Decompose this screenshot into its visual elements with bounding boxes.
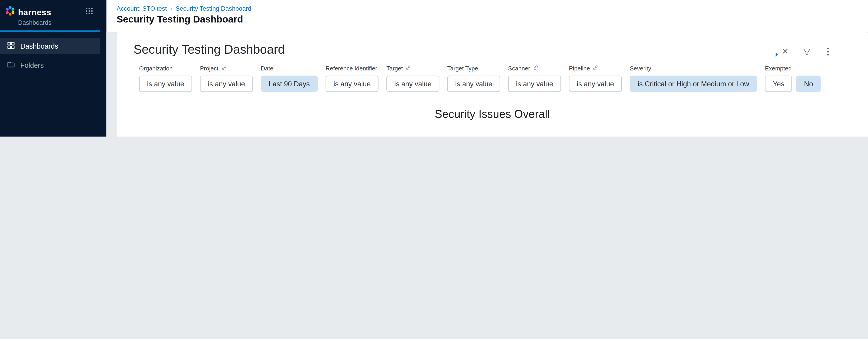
filter-label-reference-identifier: Reference Identifier <box>326 65 378 72</box>
filter-pipeline: Pipelineis any value <box>569 65 622 92</box>
filter-value-date[interactable]: Last 90 Days <box>261 76 318 92</box>
filter-scanner: Scanneris any value <box>508 65 561 92</box>
exempted-option-no[interactable]: No <box>796 76 821 92</box>
chain-link-icon <box>406 65 411 72</box>
filter-value-reference-identifier[interactable]: is any value <box>326 76 378 92</box>
breadcrumb: Account: STO test › Security Testing Das… <box>117 5 868 12</box>
page-title: Security Testing Dashboard <box>117 14 868 25</box>
sidebar-item-label: Folders <box>20 62 44 69</box>
dashboards-grid-icon <box>7 42 14 51</box>
filter-date: DateLast 90 Days <box>261 65 318 92</box>
main-area: Account: STO test › Security Testing Das… <box>106 0 868 137</box>
filter-label-project: Project <box>200 65 253 72</box>
filter-value-target-type[interactable]: is any value <box>447 76 500 92</box>
filter-severity: Severityis Critical or High or Medium or… <box>630 65 757 92</box>
filter-label-organization: Organization <box>139 65 192 72</box>
dashboard-title: Security Testing Dashboard <box>133 42 868 57</box>
chain-link-icon <box>221 65 227 72</box>
filter-label-target: Target <box>386 65 439 72</box>
filter-reference-identifier: Reference Identifieris any value <box>326 65 378 92</box>
filter-value-scanner[interactable]: is any value <box>508 76 561 92</box>
filter-value-organization[interactable]: is any value <box>139 76 192 92</box>
filter-label-severity: Severity <box>630 65 757 72</box>
filter-value-target[interactable]: is any value <box>386 76 439 92</box>
module-label: Dashboards <box>18 19 100 26</box>
section-title: Security Issues Overall <box>117 108 868 121</box>
filter-target: Targetis any value <box>386 65 439 92</box>
close-button[interactable]: ✕ <box>781 47 790 56</box>
breadcrumb-separator: › <box>170 5 172 12</box>
kebab-menu-icon[interactable] <box>824 47 833 56</box>
top-bar: Account: STO test › Security Testing Das… <box>106 0 868 32</box>
sidebar-item-label: Dashboards <box>20 42 58 50</box>
brand-text: harness <box>18 7 51 17</box>
sidebar-header: harness Dashboards <box>0 0 100 32</box>
dashboard-panel: Security Testing Dashboard ✕ <box>117 32 868 137</box>
filter-value-pipeline[interactable]: is any value <box>569 76 622 92</box>
filter-label-target-type: Target Type <box>447 65 500 72</box>
cursor-artifact <box>776 53 778 57</box>
filter-value-project[interactable]: is any value <box>200 76 253 92</box>
sidebar-nav: Dashboards Folders <box>0 38 106 74</box>
breadcrumb-page-link[interactable]: Security Testing Dashboard <box>176 5 251 12</box>
content-area: Security Testing Dashboard ✕ <box>106 32 868 137</box>
harness-logo <box>4 5 16 19</box>
filter-label-exempted: Exempted <box>765 65 821 72</box>
filter-organization: Organizationis any value <box>139 65 192 92</box>
exempted-toggle: YesNo <box>765 76 821 92</box>
filter-target-type: Target Typeis any value <box>447 65 500 92</box>
filter-icon[interactable] <box>802 47 811 56</box>
filter-bar: Organizationis any valueProjectis any va… <box>139 65 868 92</box>
folder-icon <box>7 61 14 70</box>
app-grid-icon[interactable] <box>86 7 93 17</box>
chain-link-icon <box>593 65 598 72</box>
dashboard-actions: ✕ <box>781 47 832 56</box>
filter-project: Projectis any value <box>200 65 253 92</box>
app-root: harness Dashboards Dashboards <box>0 0 868 137</box>
sidebar-item-folders[interactable]: Folders <box>0 57 100 74</box>
filter-label-scanner: Scanner <box>508 65 561 72</box>
filter-label-date: Date <box>261 65 318 72</box>
filter-value-severity[interactable]: is Critical or High or Medium or Low <box>630 76 757 92</box>
exempted-option-yes[interactable]: Yes <box>765 76 792 92</box>
filter-exempted: ExemptedYesNo <box>765 65 821 92</box>
sidebar: harness Dashboards Dashboards <box>0 0 106 137</box>
chain-link-icon <box>533 65 538 72</box>
breadcrumb-account-link[interactable]: Account: STO test <box>117 5 167 12</box>
sidebar-item-dashboards[interactable]: Dashboards <box>0 38 100 54</box>
filter-label-pipeline: Pipeline <box>569 65 622 72</box>
